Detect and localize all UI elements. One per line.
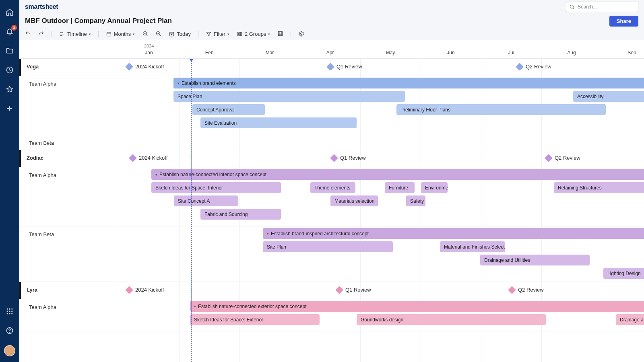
svg-rect-13	[107, 32, 111, 36]
share-button[interactable]: Share	[609, 16, 638, 27]
topbar: smartsheet	[19, 0, 644, 14]
today-indicator	[191, 59, 192, 362]
svg-rect-21	[279, 31, 283, 35]
milestone[interactable]: Q2 Review	[517, 64, 551, 70]
task-bar[interactable]: Lighting Design	[603, 268, 644, 279]
task-bar[interactable]: Site Concept A	[174, 195, 238, 206]
svg-point-17	[171, 34, 173, 35]
svg-point-2	[9, 309, 10, 310]
month-label: Jun	[447, 50, 454, 56]
task-bar[interactable]: Accessibility	[573, 91, 644, 102]
search-icon	[569, 4, 575, 10]
svg-rect-20	[240, 32, 242, 36]
recents-icon[interactable]	[5, 65, 14, 75]
help-icon[interactable]	[5, 326, 14, 335]
task-bar[interactable]: Drainage and Utili	[616, 314, 644, 325]
main-area: smartsheet MBF Outdoor | Company Annual …	[19, 0, 644, 362]
summary-bar[interactable]: Establish brand elements	[173, 78, 644, 88]
task-bar[interactable]: Material and Finishes Selection	[440, 241, 505, 252]
svg-point-3	[11, 309, 12, 310]
task-bar[interactable]: Site Plan	[263, 241, 393, 252]
apps-icon[interactable]	[5, 306, 14, 316]
timeline[interactable]: 2024JanFebMarAprMayJunJulAugSep Vega2024…	[19, 40, 644, 362]
task-bar[interactable]: Environmental Considerations	[421, 182, 448, 193]
team-label: Team Alpha	[19, 167, 56, 226]
filter-button[interactable]: Filter▾	[206, 31, 229, 37]
svg-point-5	[9, 311, 10, 312]
task-bar[interactable]: Concept Approval	[192, 104, 265, 115]
svg-point-11	[9, 332, 10, 333]
zoom-scale[interactable]: Months▾	[106, 31, 135, 37]
svg-point-9	[11, 313, 12, 314]
task-bar[interactable]: Drainage and Utilities	[480, 255, 590, 265]
svg-point-4	[7, 311, 8, 312]
task-bar[interactable]: Furniture	[385, 182, 415, 193]
notifications-icon[interactable]: 3	[5, 27, 14, 36]
timeline-rows: Vega2024 KickoffQ1 ReviewQ2 ReviewTeam A…	[19, 59, 644, 331]
page-title: MBF Outdoor | Company Annual Project Pla…	[25, 17, 172, 25]
redo-button[interactable]	[38, 31, 44, 38]
month-label: Jan	[145, 50, 153, 56]
summary-bar[interactable]: Establish nature-connected exterior spac…	[190, 301, 644, 312]
task-bar[interactable]: Theme elements	[310, 182, 355, 193]
title-row: MBF Outdoor | Company Annual Project Pla…	[19, 14, 644, 28]
task-bar[interactable]: Fabric and Sourcing	[200, 209, 281, 220]
task-bar[interactable]: Preliminary Floor Plans	[396, 104, 606, 115]
milestone[interactable]: 2024 Kickoff	[130, 155, 167, 161]
summary-bar[interactable]: Establish nature-connected interior spac…	[151, 169, 644, 180]
team-label: Team Alpha	[19, 76, 56, 135]
avatar[interactable]	[4, 345, 15, 356]
team-label: Team Beta	[19, 135, 54, 150]
month-label: Feb	[205, 50, 214, 56]
svg-rect-19	[237, 35, 239, 36]
favorites-icon[interactable]	[5, 84, 14, 94]
svg-rect-18	[237, 32, 239, 33]
summary-bar[interactable]: Establish brand-inspired architectural c…	[263, 228, 644, 239]
milestone[interactable]: Q2 Review	[546, 155, 580, 161]
timeline-header: 2024JanFebMarAprMayJunJulAugSep	[19, 40, 644, 59]
milestone[interactable]: 2024 Kickoff	[126, 64, 164, 70]
month-label: Sep	[627, 50, 636, 56]
team-label: Team Beta	[19, 226, 54, 282]
svg-point-8	[9, 313, 10, 314]
left-nav-rail: 3	[0, 0, 19, 362]
settings-button[interactable]	[298, 31, 304, 38]
milestone[interactable]: Q2 Review	[509, 287, 544, 293]
create-icon[interactable]	[5, 104, 14, 113]
month-label: Apr	[326, 50, 334, 56]
home-icon[interactable]	[5, 7, 14, 17]
search-input-wrap	[566, 2, 638, 12]
task-bar[interactable]: Sketch Ideas for Space: Interior	[151, 182, 281, 193]
milestone[interactable]: Q1 Review	[336, 287, 371, 293]
project-label: Vega	[21, 59, 39, 76]
month-label: Mar	[266, 50, 274, 56]
task-bar[interactable]: Goundworks design	[357, 314, 546, 325]
view-switcher[interactable]: Timeline▾	[59, 31, 91, 37]
task-bar[interactable]: Retaining Structures	[554, 182, 644, 193]
undo-button[interactable]	[25, 31, 31, 38]
task-bar[interactable]: Sketch Ideas for Space: Exterior	[190, 314, 320, 325]
brand-logo: smartsheet	[25, 3, 58, 10]
svg-point-7	[7, 313, 8, 314]
milestone[interactable]: Q1 Review	[331, 155, 366, 161]
project-label: Zodiac	[21, 150, 43, 167]
task-bar[interactable]: Site Evaluation	[200, 117, 357, 128]
task-bar[interactable]: Materials selection	[330, 195, 378, 206]
month-label: May	[386, 50, 395, 56]
zoom-out-button[interactable]	[142, 31, 148, 38]
task-bar[interactable]: Space Plan	[173, 91, 405, 102]
today-button[interactable]: Today	[169, 31, 191, 37]
milestone[interactable]: 2024 Kickoff	[126, 287, 164, 293]
month-label: Aug	[567, 50, 576, 56]
folder-icon[interactable]	[5, 46, 14, 56]
notification-badge: 3	[11, 25, 17, 31]
search-input[interactable]	[566, 2, 638, 12]
svg-point-12	[570, 5, 573, 8]
task-bar[interactable]: Safety Measures	[406, 195, 425, 206]
zoom-in-button[interactable]	[155, 31, 161, 38]
milestone[interactable]: Q1 Review	[328, 64, 362, 70]
groups-button[interactable]: 2 Groups▾	[237, 31, 270, 37]
grid-toggle-button[interactable]	[277, 31, 283, 38]
project-label: Lyra	[21, 282, 37, 299]
toolbar: Timeline▾ Months▾ Today Filter▾ 2 Groups…	[19, 28, 644, 40]
